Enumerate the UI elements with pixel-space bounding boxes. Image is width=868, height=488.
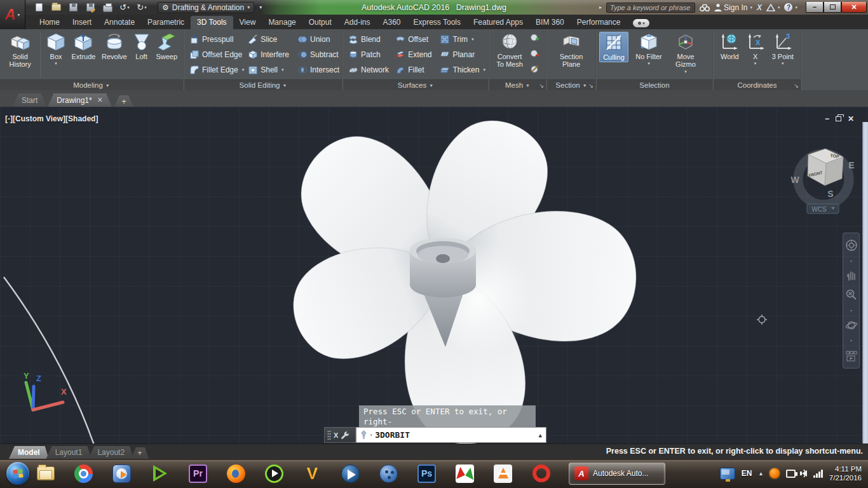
shell-button[interactable]: Shell▾ <box>248 63 294 77</box>
panel-title-selection[interactable]: Selection <box>597 79 712 90</box>
tab-layout1[interactable]: Layout1 <box>46 446 92 459</box>
new-drawing-tab-button[interactable]: + <box>114 95 133 107</box>
ucs-3point-button[interactable]: 3 3 Point ▾ <box>768 32 798 67</box>
ucs-x-button[interactable]: X X ▾ <box>746 32 765 67</box>
taskbar-active-autocad[interactable]: A Autodesk Auto... <box>569 463 665 485</box>
close-button[interactable]: ✕ <box>841 2 867 13</box>
sweep-button[interactable]: Sweep <box>153 32 180 61</box>
dialog-launcher-icon[interactable]: ↘ <box>588 83 593 89</box>
save-button[interactable] <box>67 3 79 13</box>
wrench-icon[interactable] <box>341 431 349 440</box>
command-close-icon[interactable]: X <box>334 431 338 439</box>
tab-home[interactable]: Home <box>33 16 66 29</box>
surf-offset-button[interactable]: Offset <box>395 32 435 46</box>
world-ucs-button[interactable]: World <box>716 32 743 61</box>
redo-button[interactable]: ↻▾ <box>136 3 147 13</box>
sign-in-button[interactable]: Sign In ▾ <box>714 3 752 12</box>
tab-performance[interactable]: Performance <box>571 16 627 29</box>
recent-commands-icon[interactable] <box>360 430 367 440</box>
ribbon-display-toggle[interactable]: ▾ <box>633 19 649 27</box>
panel-title-solid-editing[interactable]: Solid Editing▼ <box>184 79 342 90</box>
tab-view[interactable]: View <box>233 16 262 29</box>
taskbar-firefox[interactable] <box>226 464 246 484</box>
mesh-refine-button[interactable] <box>530 64 539 74</box>
orbit-tool-icon[interactable] <box>845 319 858 332</box>
smooth-less-button[interactable] <box>530 49 539 58</box>
command-input[interactable]: ▾ 3DORBIT ▲ <box>356 427 546 443</box>
move-gizmo-button[interactable]: Move Gizmo ▾ <box>669 32 702 74</box>
grip-dots-icon[interactable] <box>327 430 331 440</box>
zoom-extents-icon[interactable] <box>845 288 858 301</box>
culling-button[interactable]: Culling <box>599 32 628 62</box>
revolve-button[interactable]: Revolve <box>98 32 130 61</box>
tab-add-ins[interactable]: Add-ins <box>338 16 377 29</box>
plot-button[interactable] <box>102 3 113 13</box>
viewport-restore-button[interactable] <box>836 116 841 121</box>
new-drawing-button[interactable] <box>33 3 44 13</box>
qat-overflow-button[interactable]: ▾ <box>259 4 262 10</box>
taskbar-faststone[interactable] <box>455 464 475 484</box>
viewport-scrollbar[interactable] <box>862 122 868 444</box>
surf-fillet-button[interactable]: Fillet <box>395 63 435 77</box>
command-line-handle[interactable]: X <box>324 427 356 443</box>
tab-3d-tools[interactable]: 3D Tools <box>191 16 233 29</box>
viewcube[interactable]: W E S TOP FRONT WCS <box>790 149 854 214</box>
surf-trim-button[interactable]: Trim▾ <box>440 32 485 46</box>
presspull-button[interactable]: Presspull <box>189 32 244 46</box>
minimize-button[interactable]: − <box>806 2 824 13</box>
viewport-controls-label[interactable]: [-][Custom View][Shaded] <box>5 114 98 123</box>
volume-tray-icon[interactable] <box>802 470 807 477</box>
offset-edge-button[interactable]: Offset Edge <box>189 48 244 62</box>
tab-express-tools[interactable]: Express Tools <box>407 16 467 29</box>
surf-extend-button[interactable]: Extend <box>395 48 435 62</box>
exchange-apps-button[interactable]: X <box>757 3 762 12</box>
tab-manage[interactable]: Manage <box>262 16 302 29</box>
tab-model[interactable]: Model <box>9 446 49 459</box>
showmotion-icon[interactable] <box>845 349 858 362</box>
file-tab-close-icon[interactable]: ✕ <box>97 96 103 104</box>
surf-blend-button[interactable]: Blend <box>348 32 390 46</box>
language-indicator[interactable]: EN <box>742 469 752 478</box>
restore-button[interactable] <box>824 2 841 13</box>
taskbar-chrome[interactable] <box>74 464 93 484</box>
application-menu-button[interactable]: A ▾ <box>0 0 25 29</box>
taskbar-mpc[interactable] <box>379 464 398 484</box>
taskbar-photoshop[interactable]: Ps <box>417 464 437 484</box>
tab-layout2[interactable]: Layout2 <box>88 446 133 459</box>
viewport-close-button[interactable]: ✕ <box>848 114 854 123</box>
command-expand-icon[interactable]: ▲ <box>539 432 542 438</box>
signal-tray-icon[interactable] <box>813 469 823 478</box>
tab-insert[interactable]: Insert <box>66 16 98 29</box>
new-layout-button[interactable]: + <box>131 447 149 459</box>
search-button[interactable] <box>700 4 710 11</box>
save-as-button[interactable] <box>85 3 96 13</box>
tab-output[interactable]: Output <box>302 16 338 29</box>
section-plane-button[interactable]: Section Plane <box>552 32 590 69</box>
taskbar-clock[interactable]: 4:11 PM 7/21/2016 <box>829 464 862 483</box>
solid-history-button[interactable]: Solid History <box>3 32 37 69</box>
panel-title-mesh[interactable]: Mesh▼ ↘ <box>489 79 546 90</box>
subtract-button[interactable]: Subtract <box>297 48 339 62</box>
smooth-more-button[interactable] <box>530 33 539 43</box>
tab-bim-360[interactable]: BIM 360 <box>529 16 571 29</box>
no-filter-button[interactable]: No Filter ▾ <box>632 32 665 67</box>
viewcube-south[interactable]: S <box>827 189 833 199</box>
navigation-wheel-icon[interactable] <box>845 239 858 252</box>
wcs-label[interactable]: WCS <box>811 206 827 213</box>
taskbar-media-player[interactable] <box>112 464 132 484</box>
workspace-switcher[interactable]: ⚙ Drafting & Annotation ▾ <box>158 2 254 13</box>
slice-button[interactable]: Slice <box>248 32 294 46</box>
display-settings-icon[interactable] <box>720 468 735 480</box>
taskbar-opera[interactable] <box>531 464 551 484</box>
command-caret-icon[interactable]: ▾ <box>370 433 372 438</box>
surf-patch-button[interactable]: Patch <box>348 48 390 62</box>
antivirus-tray-icon[interactable] <box>770 468 780 478</box>
panel-title-section[interactable]: Section▼ ↘ <box>547 79 595 90</box>
network-tray-icon[interactable] <box>786 470 796 478</box>
convert-to-mesh-button[interactable]: Convert To Mesh <box>492 32 527 69</box>
union-button[interactable]: Union <box>297 32 339 46</box>
pan-hand-icon[interactable] <box>845 269 858 282</box>
interfere-button[interactable]: Interfere <box>248 48 294 62</box>
tab-annotate[interactable]: Annotate <box>98 16 141 29</box>
dialog-launcher-icon[interactable]: ↘ <box>539 83 544 89</box>
